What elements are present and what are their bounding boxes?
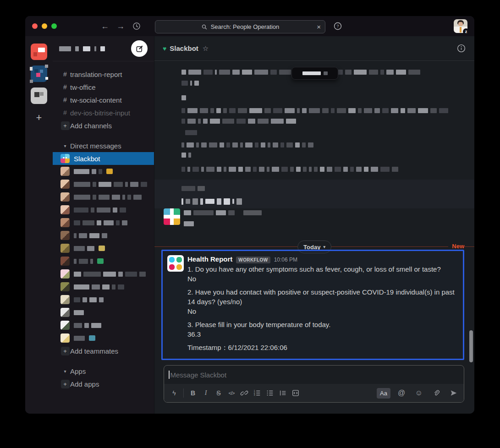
- sidebar-dm-item[interactable]: [53, 319, 154, 332]
- scrollbar-thumb[interactable]: [469, 330, 473, 362]
- shortcuts-icon[interactable]: ϟ: [168, 387, 181, 399]
- message-composer[interactable]: Message Slackbot ϟBIS</>123 Aa@☺: [164, 365, 464, 403]
- conversation-title[interactable]: Slackbot: [170, 44, 198, 52]
- sidebar-item-tw-office[interactable]: #tw-office: [53, 81, 154, 93]
- redacted-text-block: [391, 108, 398, 113]
- redacted-text-block: [238, 167, 243, 172]
- workspace-header[interactable]: [53, 36, 154, 61]
- sidebar-item-slackbot[interactable]: Slackbot: [53, 152, 154, 165]
- mention-icon[interactable]: @: [395, 387, 408, 399]
- close-window-button[interactable]: [32, 23, 38, 29]
- redacted-text-block: [194, 81, 199, 86]
- sidebar-dm-item[interactable]: [53, 268, 154, 280]
- dm-emoji-badge: [106, 169, 113, 174]
- health-report-message[interactable]: Health Report WORKFLOW 10:06 PM 1. Do yo…: [163, 251, 463, 356]
- redacted-text-block: [286, 119, 296, 124]
- sidebar-item-dev-ios-bitrise-input[interactable]: #dev-ios-bitrise-input: [53, 106, 154, 119]
- text-cursor: [169, 371, 170, 379]
- sidebar-item-translation-report[interactable]: #translation-report: [53, 68, 154, 81]
- sidebar-item-tw-social-content[interactable]: #tw-social-content: [53, 93, 154, 106]
- sidebar-dm-item[interactable]: [53, 255, 154, 268]
- code-icon[interactable]: </>: [225, 387, 238, 399]
- format-toggle-icon[interactable]: Aa: [377, 388, 390, 399]
- redacted-text-block: [295, 142, 300, 148]
- add-channels-button[interactable]: + Add channels: [53, 119, 154, 132]
- redacted-text-block: [79, 233, 87, 238]
- ordered-list-icon[interactable]: 123: [251, 387, 264, 399]
- link-icon[interactable]: [238, 387, 251, 399]
- redacted-text-block: [185, 130, 197, 135]
- zoom-window-button[interactable]: [51, 23, 57, 29]
- workspace-icon-3[interactable]: [31, 87, 47, 104]
- sidebar-dm-item[interactable]: [53, 178, 154, 191]
- dm-emoji-badge: [99, 246, 105, 251]
- message-history[interactable]: Today ▾ New Health Report WORKFLOW 10:06…: [154, 61, 474, 365]
- code-block-icon[interactable]: [289, 387, 302, 399]
- conversation-header: ♥ Slackbot ☆: [154, 36, 474, 61]
- help-icon[interactable]: ?: [333, 22, 342, 31]
- workspace-icon-2[interactable]: [31, 66, 47, 82]
- sidebar-dm-item[interactable]: [53, 165, 154, 178]
- minimize-window-button[interactable]: [42, 23, 47, 29]
- back-button[interactable]: ←: [101, 22, 109, 31]
- send-icon[interactable]: [447, 387, 460, 399]
- redacted-text-block: [371, 167, 378, 172]
- redacted-text-block: [89, 233, 99, 238]
- sidebar-dm-item[interactable]: [53, 203, 154, 216]
- message-input[interactable]: Message Slackbot: [164, 366, 464, 384]
- sidebar-dm-item[interactable]: [53, 280, 154, 293]
- sidebar-dm-item[interactable]: [53, 242, 154, 255]
- add-teammates-button[interactable]: + Add teammates: [53, 344, 154, 357]
- hash-icon: #: [60, 71, 70, 78]
- attach-icon[interactable]: [430, 387, 443, 399]
- sidebar-dm-item[interactable]: [53, 191, 154, 203]
- plus-icon: +: [61, 347, 70, 355]
- redacted-text-block: [343, 167, 348, 172]
- italic-icon[interactable]: I: [199, 387, 212, 399]
- sidebar-dm-item[interactable]: [53, 229, 154, 242]
- sidebar-dm-item[interactable]: [53, 332, 154, 344]
- forward-button[interactable]: →: [116, 22, 125, 31]
- redacted-text-block: [217, 198, 221, 205]
- workspace-icon-active[interactable]: [31, 44, 47, 60]
- bullet-list-icon[interactable]: [264, 387, 276, 399]
- redacted-text-block: [248, 119, 255, 124]
- info-icon[interactable]: [456, 44, 466, 53]
- message-timestamp[interactable]: 10:06 PM: [274, 257, 297, 263]
- add-workspace-button[interactable]: +: [31, 109, 47, 126]
- sender-name[interactable]: Health Report: [187, 255, 232, 263]
- star-icon[interactable]: ☆: [203, 44, 209, 53]
- clear-search-icon[interactable]: ×: [317, 23, 321, 31]
- redacted-text-block: [92, 169, 96, 174]
- health-report-avatar[interactable]: [167, 255, 184, 272]
- plus-icon: +: [61, 380, 70, 388]
- redacted-text-block: [201, 167, 204, 172]
- redacted-text-block: [141, 182, 147, 187]
- user-avatar[interactable]: z: [454, 19, 467, 33]
- bold-icon[interactable]: B: [187, 387, 199, 399]
- history-clock-icon[interactable]: [132, 22, 141, 31]
- redacted-text-block: [133, 195, 142, 200]
- apps-section-header[interactable]: ▾ Apps: [53, 365, 154, 377]
- redacted-text-block: [92, 284, 100, 290]
- redacted-text-block: [314, 167, 318, 172]
- dm-avatar: [60, 180, 70, 189]
- sidebar-dm-item[interactable]: [53, 216, 154, 229]
- redacted-text-block: [116, 220, 120, 225]
- blockquote-icon[interactable]: [276, 387, 289, 399]
- sidebar-dm-item[interactable]: [53, 306, 154, 319]
- strikethrough-icon[interactable]: S: [212, 387, 225, 399]
- redacted-message-line: [181, 117, 298, 125]
- redacted-text-block: [228, 210, 235, 215]
- redacted-text-block: [232, 199, 234, 204]
- redacted-text-block: [245, 167, 251, 172]
- compose-button[interactable]: [131, 40, 148, 57]
- redacted-text-block: [89, 297, 97, 302]
- slack-app-avatar: [164, 208, 180, 225]
- add-apps-button[interactable]: + Add apps: [53, 377, 154, 390]
- dm-section-header[interactable]: ▾ Direct messages: [53, 139, 154, 152]
- sidebar-dm-item[interactable]: [53, 293, 154, 306]
- search-bar[interactable]: Search: People Operation ×: [155, 20, 325, 33]
- redacted-text-block: [279, 70, 291, 75]
- emoji-icon[interactable]: ☺: [412, 387, 425, 399]
